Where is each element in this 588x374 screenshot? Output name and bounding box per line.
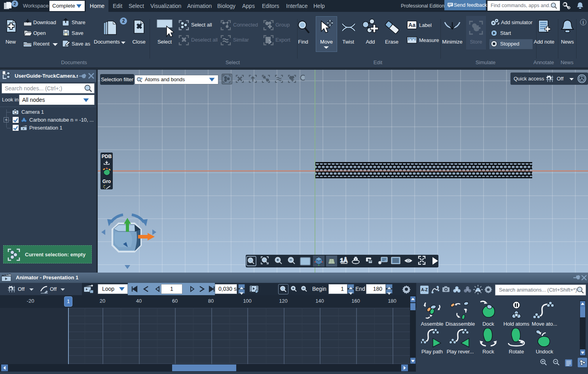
svg-text:1Å: 1Å: [340, 257, 347, 263]
svg-text:Aa: Aa: [408, 22, 415, 28]
